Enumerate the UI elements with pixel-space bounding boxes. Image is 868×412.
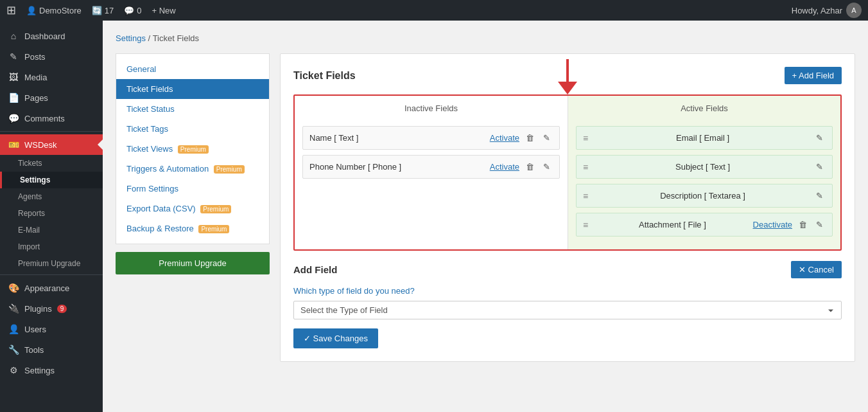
add-field-button[interactable]: + Add Field [785,67,842,84]
left-nav-form-settings[interactable]: Form Settings [116,179,269,199]
sidebar-item-pages[interactable]: 📄 Pages [0,87,103,108]
premium-upgrade-button[interactable]: Premium Upgrade [116,252,270,274]
left-nav-backup[interactable]: Backup & Restore Premium [116,219,269,238]
field-actions-attachment: Deactivate 🗑 ✎ [753,219,826,231]
sidebar-sub-settings[interactable]: Settings [0,172,103,188]
dashboard-icon: ⌂ [8,31,19,41]
comments-item[interactable]: 💬 0 [124,6,141,15]
active-fields-header: Active Fields [576,103,833,118]
cancel-button[interactable]: ✕ Cancel [791,261,842,278]
left-nav-export-csv[interactable]: Export Data (CSV) Premium [116,199,269,219]
sidebar-sub-reports[interactable]: Reports [0,205,103,222]
new-item[interactable]: + New [152,6,175,15]
appearance-icon: 🎨 [8,283,19,293]
field-actions-description: ✎ [813,190,826,202]
delete-name-button[interactable]: 🗑 [523,132,537,144]
left-nav-general[interactable]: General [116,59,269,79]
drag-handle-attachment[interactable]: ≡ [583,220,588,230]
drag-handle-email[interactable]: ≡ [583,133,588,143]
users-icon: 👤 [8,324,19,334]
edit-email-button[interactable]: ✎ [813,132,826,144]
breadcrumb: Settings / Ticket Fields [116,33,855,43]
sidebar-sub-agents[interactable]: Agents [0,188,103,205]
sidebar: ⌂ Dashboard ✎ Posts 🖼 Media 📄 Pages 💬 Co… [0,21,103,412]
inactive-fields-col: Inactive Fields Name [ Text ] Activate 🗑… [295,96,568,249]
howdy-text: Howdy, Azhar A [792,3,862,18]
field-type-question: Which type of field do you need? [293,286,842,296]
updates-item[interactable]: 🔄 17 [92,6,114,15]
edit-name-button[interactable]: ✎ [541,132,553,144]
add-field-section: Add Field ✕ Cancel Which type of field d… [293,261,842,348]
sidebar-item-comments[interactable]: 💬 Comments [0,108,103,129]
field-name-phone: Phone Number [ Phone ] [309,162,401,172]
breadcrumb-settings[interactable]: Settings [116,33,146,43]
table-row: Name [ Text ] Activate 🗑 ✎ [302,126,560,150]
delete-attachment-button[interactable]: 🗑 [796,219,810,231]
left-nav-ticket-status[interactable]: Ticket Status [116,99,269,119]
sidebar-item-plugins[interactable]: 🔌 Plugins 9 [0,298,103,319]
sidebar-item-users[interactable]: 👤 Users [0,319,103,339]
edit-subject-button[interactable]: ✎ [813,161,826,173]
wsdesk-icon: 🎫 [8,139,19,150]
sidebar-sub-premium-upgrade[interactable]: Premium Upgrade [0,255,103,272]
updates-icon: 🔄 [92,6,102,15]
settings-main: Ticket Fields + Add Field [280,53,855,372]
settings-layout: General Ticket Fields Ticket Status Tick… [116,53,855,372]
comments-icon: 💬 [8,113,19,123]
save-changes-button[interactable]: ✓ Save Changes [293,328,378,348]
premium-badge-views: Premium [178,145,209,154]
sidebar-sub-tickets[interactable]: Tickets [0,155,103,172]
field-actions-email: ✎ [813,132,826,144]
sidebar-divider-1 [0,131,103,132]
table-row: ≡ Subject [ Text ] ✎ [576,155,833,179]
svg-marker-1 [558,82,577,94]
settings-icon: ⚙ [8,365,19,375]
sidebar-sub-import[interactable]: Import [0,238,103,255]
sidebar-item-wsdesk[interactable]: 🎫 WSDesk [0,134,103,155]
add-field-header: Add Field ✕ Cancel [293,261,842,278]
wsdesk-arrow [92,139,103,150]
activate-phone-link[interactable]: Activate [490,162,519,172]
field-name-description: Description [ Textarea ] [660,191,745,201]
plugins-badge: 9 [57,305,67,313]
wp-logo-icon[interactable]: ⊞ [6,3,16,17]
site-name[interactable]: 👤 DemoStore [26,6,82,15]
left-nav-ticket-fields[interactable]: Ticket Fields [116,79,269,99]
red-arrow-svg [555,59,580,94]
table-row: Phone Number [ Phone ] Activate 🗑 ✎ [302,155,560,179]
breadcrumb-sep: / [148,33,151,43]
sidebar-item-posts[interactable]: ✎ Posts [0,46,103,67]
sidebar-item-media[interactable]: 🖼 Media [0,67,103,87]
drag-handle-subject[interactable]: ≡ [583,162,588,172]
sidebar-sub-email[interactable]: E-Mail [0,222,103,238]
inactive-fields-header: Inactive Fields [302,103,560,118]
active-fields-col: Active Fields ≡ Email [ Email ] ✎ ≡ S [568,96,840,249]
field-type-select[interactable]: Select the Type of Field Text Email Phon… [293,301,842,319]
activate-name-link[interactable]: Activate [490,133,519,143]
add-field-title: Add Field [293,264,337,275]
sidebar-item-settings[interactable]: ⚙ Settings [0,360,103,381]
edit-attachment-button[interactable]: ✎ [813,219,826,231]
delete-phone-button[interactable]: 🗑 [523,161,537,173]
premium-badge-triggers: Premium [214,165,245,174]
table-row: ≡ Email [ Email ] ✎ [576,126,833,150]
settings-sidebar: General Ticket Fields Ticket Status Tick… [116,53,270,372]
edit-phone-button[interactable]: ✎ [541,161,553,173]
person-icon: 👤 [26,6,37,15]
sidebar-item-tools[interactable]: 🔧 Tools [0,339,103,360]
sidebar-item-appearance[interactable]: 🎨 Appearance [0,278,103,298]
sidebar-divider-2 [0,274,103,275]
media-icon: 🖼 [8,72,19,82]
field-actions-name: Activate 🗑 ✎ [490,132,553,144]
fields-grid: Inactive Fields Name [ Text ] Activate 🗑… [293,94,842,251]
sidebar-item-dashboard[interactable]: ⌂ Dashboard [0,26,103,46]
left-nav-ticket-views[interactable]: Ticket Views Premium [116,139,269,159]
main-content: Settings / Ticket Fields General Ticket … [103,21,868,412]
left-nav-ticket-tags[interactable]: Ticket Tags [116,119,269,139]
edit-description-button[interactable]: ✎ [813,190,826,202]
deactivate-attachment-link[interactable]: Deactivate [753,220,792,229]
left-nav-triggers[interactable]: Triggers & Automation Premium [116,159,269,179]
premium-badge-backup: Premium [198,225,229,233]
tools-icon: 🔧 [8,345,19,355]
drag-handle-description[interactable]: ≡ [583,191,588,201]
